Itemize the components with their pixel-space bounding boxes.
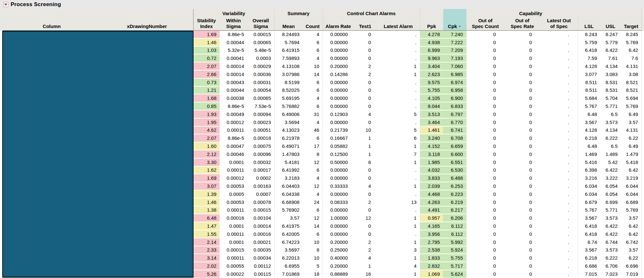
cell-lsl[interactable]: 6.418 (578, 222, 600, 230)
table-row[interactable]: 2.020.000550.001126.695550.20000142.8325… (3, 262, 641, 270)
cell-stability-index[interactable]: 2.12 (193, 150, 220, 158)
cell-drawing-number[interactable] (101, 214, 193, 222)
cell-alarm-rate[interactable]: 0.20000 (323, 238, 354, 246)
cell-latest-out-of-spec[interactable]: . (540, 158, 578, 166)
cell-mean[interactable]: 3.2183 (274, 174, 303, 182)
cell-alarm-rate[interactable]: 0.08333 (323, 198, 354, 206)
cell-cpk[interactable]: 6.974 (443, 78, 466, 86)
cell-stability-index[interactable]: 3.30 (193, 158, 220, 166)
cell-latest-out-of-spec[interactable]: . (540, 70, 578, 78)
cell-lsl[interactable]: 1.469 (578, 150, 600, 158)
cell-within-sigma[interactable]: 0.00038 (220, 94, 247, 102)
cell-usl[interactable]: 5.42 (600, 158, 621, 166)
cell-latest-alarm[interactable]: 1 (377, 222, 420, 230)
cell-within-sigma[interactable]: 8.86e-5 (220, 102, 247, 110)
cell-lsl[interactable]: 8.243 (578, 31, 600, 38)
cell-latest-out-of-spec[interactable]: . (540, 214, 578, 222)
cell-stability-index[interactable]: 1.68 (193, 94, 220, 102)
cell-drawing-number[interactable] (101, 158, 193, 166)
cell-stability-index[interactable]: 2.07 (193, 134, 220, 142)
cell-latest-out-of-spec[interactable]: . (540, 102, 578, 110)
cell-count[interactable]: 12 (303, 158, 323, 166)
cell-latest-alarm[interactable]: 1 (377, 70, 420, 78)
table-row[interactable]: 1.600.000470.000756.49071170.05882114.15… (3, 142, 641, 150)
cell-target[interactable]: 5.769 (621, 206, 641, 214)
cell-latest-out-of-spec[interactable]: . (540, 78, 578, 86)
cell-overall-sigma[interactable]: 0.00018 (247, 134, 274, 142)
table-row[interactable]: 0.720.000410.00037.5989340.000000.9.9637… (3, 54, 641, 62)
cell-within-sigma[interactable]: 0.00011 (220, 254, 247, 262)
cell-lsl[interactable]: 5.767 (578, 206, 600, 214)
cell-out-of-spec-rate[interactable]: 0 (504, 230, 540, 238)
cell-target[interactable]: 3.57 (621, 246, 641, 254)
cell-count[interactable]: 4 (303, 31, 323, 38)
cell-ppk[interactable]: 2.795 (420, 238, 443, 246)
table-row[interactable]: 1.470.00010.000146.41975140.00000014.165… (3, 222, 641, 230)
cell-test1[interactable]: 0 (354, 190, 377, 198)
cell-latest-out-of-spec[interactable]: . (540, 182, 578, 190)
cell-out-of-spec-rate[interactable]: 0 (504, 142, 540, 150)
cell-count[interactable]: 6 (303, 46, 323, 54)
cell-count[interactable]: 12 (303, 214, 323, 222)
cell-ppk[interactable]: 4.468 (420, 190, 443, 198)
cell-out-of-spec-count[interactable]: 0 (466, 94, 504, 102)
cell-drawing-number[interactable] (101, 198, 193, 206)
cell-out-of-spec-rate[interactable]: 0 (504, 94, 540, 102)
cell-target[interactable]: 5.769 (621, 38, 641, 46)
cell-stability-index[interactable]: 0.85 (193, 102, 220, 110)
cell-column[interactable] (3, 54, 101, 62)
cell-out-of-spec-rate[interactable]: 0 (504, 102, 540, 110)
cell-target[interactable]: 6.22 (621, 254, 641, 262)
cell-cpk[interactable]: 7.060 (443, 62, 466, 70)
cell-out-of-spec-rate[interactable]: 0 (504, 222, 540, 230)
cell-stability-index[interactable]: 2.07 (193, 62, 220, 70)
cell-test1[interactable]: 0 (354, 46, 377, 54)
cell-cpk[interactable]: 6.551 (443, 158, 466, 166)
cell-column[interactable] (3, 86, 101, 94)
cell-within-sigma[interactable]: 5.32e-5 (220, 46, 247, 54)
cell-usl[interactable]: 6.054 (600, 190, 621, 198)
cell-out-of-spec-rate[interactable]: 0 (504, 110, 540, 118)
cell-alarm-rate[interactable]: 0.00000 (323, 86, 354, 94)
cell-cpk[interactable]: 6.741 (443, 126, 466, 134)
cell-count[interactable]: 6 (303, 78, 323, 86)
cell-out-of-spec-count[interactable]: 0 (466, 31, 504, 38)
cell-mean[interactable]: 6.42005 (274, 230, 303, 238)
cell-latest-alarm[interactable]: 1 (377, 62, 420, 70)
cell-count[interactable]: 8 (303, 150, 323, 158)
cell-count[interactable]: 6 (303, 206, 323, 214)
cell-out-of-spec-count[interactable]: 0 (466, 46, 504, 54)
cell-latest-alarm[interactable]: . (377, 166, 420, 174)
cell-count[interactable]: 6 (303, 230, 323, 238)
cell-column[interactable] (3, 31, 101, 38)
cell-out-of-spec-rate[interactable]: 0 (504, 78, 540, 86)
cell-usl[interactable]: 3.222 (600, 174, 621, 182)
cell-test1[interactable]: 2 (354, 70, 377, 78)
cell-cpk[interactable]: 6.530 (443, 166, 466, 174)
cell-target[interactable]: 4.131 (621, 62, 641, 70)
cell-out-of-spec-rate[interactable]: 0 (504, 126, 540, 134)
cell-test1[interactable]: 0 (354, 54, 377, 62)
table-row[interactable]: 1.690.000120.00023.218340.000000.3.8336.… (3, 174, 641, 182)
cell-mean[interactable]: 5.76882 (274, 102, 303, 110)
cell-count[interactable]: 4 (303, 94, 323, 102)
cell-alarm-rate[interactable]: 0.12903 (323, 110, 354, 118)
cell-latest-alarm[interactable]: 1 (377, 270, 420, 278)
cell-column[interactable] (3, 182, 101, 190)
cell-cpk[interactable]: 6.985 (443, 70, 466, 78)
cell-count[interactable]: 6 (303, 102, 323, 110)
cell-test1[interactable]: 0 (354, 78, 377, 86)
cell-alarm-rate[interactable]: 0.00000 (323, 166, 354, 174)
table-row[interactable]: 1.680.000380.000655.6919540.000000.4.105… (3, 94, 641, 102)
cell-target[interactable]: 7.6 (621, 54, 641, 62)
cell-stability-index[interactable]: 3.07 (193, 182, 220, 190)
cell-target[interactable]: 8.521 (621, 78, 641, 86)
cell-within-sigma[interactable]: 0.00053 (220, 182, 247, 190)
cell-within-sigma[interactable]: 0.00053 (220, 198, 247, 206)
cell-cpk[interactable]: 6.708 (443, 134, 466, 142)
cell-out-of-spec-rate[interactable]: 0 (504, 270, 540, 278)
cell-alarm-rate[interactable]: 0.20000 (323, 62, 354, 70)
cell-latest-out-of-spec[interactable]: . (540, 31, 578, 38)
cell-stability-index[interactable]: 1.69 (193, 174, 220, 182)
cell-target[interactable]: 6.044 (621, 182, 641, 190)
